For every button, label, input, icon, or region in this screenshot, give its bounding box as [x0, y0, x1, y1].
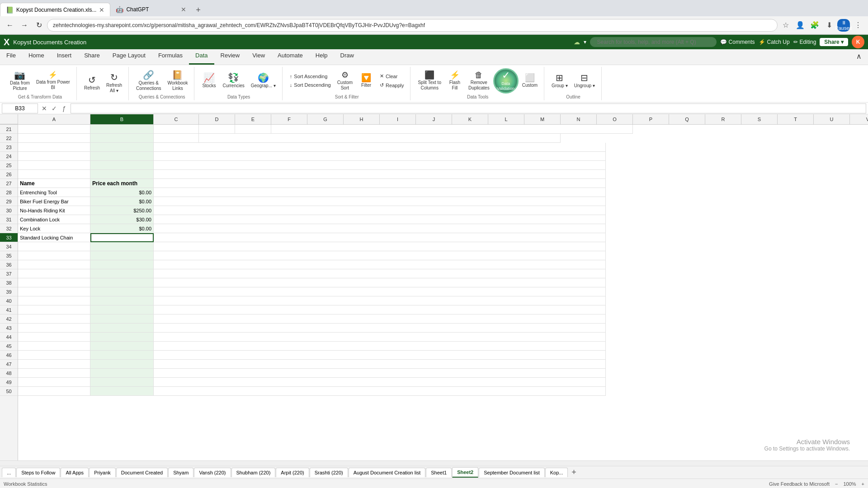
- cell-rest-35[interactable]: [154, 251, 606, 260]
- row-num-32[interactable]: 32: [0, 224, 18, 233]
- row-num-47[interactable]: 47: [0, 360, 18, 369]
- flash-fill-button[interactable]: ⚡ FlashFill: [445, 69, 465, 93]
- ribbon-tab-pagelayout[interactable]: Page Layout: [106, 49, 152, 65]
- cell-b26[interactable]: [90, 170, 154, 179]
- cell-a24[interactable]: [18, 152, 90, 161]
- ribbon-tab-review[interactable]: Review: [214, 49, 246, 65]
- sheet-tab-shyam[interactable]: Shyam: [168, 468, 193, 477]
- cell-a23[interactable]: [18, 143, 90, 152]
- ribbon-tab-insert[interactable]: Insert: [51, 49, 78, 65]
- sheet-tab-september[interactable]: September Document list: [479, 468, 545, 477]
- row-num-42[interactable]: 42: [0, 314, 18, 324]
- workbook-stats-label[interactable]: Workbook Statistics: [4, 481, 47, 487]
- row-num-43[interactable]: 43: [0, 324, 18, 333]
- profile-button[interactable]: 👤: [794, 19, 807, 32]
- sort-descending-button[interactable]: ↓ Sort Descending: [287, 81, 334, 89]
- cell-b36[interactable]: [90, 260, 154, 269]
- col-header-b[interactable]: B: [90, 114, 154, 124]
- extensions-button[interactable]: 🧩: [808, 19, 821, 32]
- cell-rest-38[interactable]: [154, 278, 606, 287]
- sort-ascending-button[interactable]: ↑ Sort Ascending: [287, 72, 334, 80]
- cell-a48[interactable]: [18, 369, 90, 378]
- cell-b40[interactable]: [90, 296, 154, 305]
- refresh-button[interactable]: ↻: [33, 19, 45, 32]
- col-header-s[interactable]: S: [741, 114, 778, 124]
- cell-a36[interactable]: [18, 260, 90, 269]
- formula-input[interactable]: [71, 103, 866, 113]
- cell-rest-40[interactable]: [154, 296, 606, 305]
- row-num-49[interactable]: 49: [0, 378, 18, 387]
- col-header-e[interactable]: E: [235, 114, 271, 124]
- cell-b39[interactable]: [90, 287, 154, 296]
- split-text-button[interactable]: ⬛ Split Text toColumns: [415, 69, 444, 93]
- cell-a38[interactable]: [18, 278, 90, 287]
- col-header-q[interactable]: Q: [669, 114, 705, 124]
- cell-rest-28[interactable]: [154, 188, 606, 197]
- row-num-26[interactable]: 26: [0, 170, 18, 179]
- cell-rest-50[interactable]: [154, 387, 606, 396]
- comments-button[interactable]: 💬 Comments: [720, 39, 755, 45]
- row-num-39[interactable]: 39: [0, 287, 18, 296]
- row-num-24[interactable]: 24: [0, 152, 18, 161]
- cell-d21[interactable]: [199, 125, 235, 134]
- sheet-tab-steps[interactable]: Steps to Follow: [16, 468, 60, 477]
- cell-rest-36[interactable]: [154, 260, 606, 269]
- cell-b25[interactable]: [90, 161, 154, 170]
- cell-rest-43[interactable]: [154, 324, 606, 333]
- cancel-formula-button[interactable]: ✕: [40, 104, 49, 113]
- cell-b30[interactable]: $250.00: [90, 206, 154, 215]
- sheet-tab-srashti[interactable]: Srashti (220): [310, 468, 348, 477]
- menu-button[interactable]: ⋮: [852, 19, 864, 32]
- cell-b45[interactable]: [90, 342, 154, 351]
- cell-e21[interactable]: [235, 125, 271, 134]
- sheet-tab-priyank[interactable]: Priyank: [89, 468, 116, 477]
- zoom-in-button[interactable]: +: [862, 481, 864, 487]
- col-header-u[interactable]: U: [814, 114, 850, 124]
- filter-button[interactable]: 🔽 Filter: [356, 72, 376, 90]
- sheet-tab-kop[interactable]: Kop...: [545, 468, 568, 477]
- cell-rest-41[interactable]: [154, 305, 606, 314]
- row-num-38[interactable]: 38: [0, 278, 18, 287]
- tab-close-chatgpt[interactable]: ✕: [181, 6, 186, 13]
- col-header-j[interactable]: J: [416, 114, 452, 124]
- cell-a37[interactable]: [18, 269, 90, 278]
- cell-rest-30[interactable]: [154, 206, 606, 215]
- confirm-formula-button[interactable]: ✓: [50, 104, 59, 113]
- custom-button[interactable]: ⬜ Custom: [519, 72, 540, 90]
- cell-rest-42[interactable]: [154, 314, 606, 324]
- sheet-tab-sheet1[interactable]: Sheet1: [426, 468, 452, 477]
- bookmark-button[interactable]: ☆: [779, 19, 792, 32]
- cell-b22[interactable]: [90, 134, 154, 143]
- col-header-n[interactable]: N: [561, 114, 597, 124]
- row-num-28[interactable]: 28: [0, 188, 18, 197]
- cell-b49[interactable]: [90, 378, 154, 387]
- cell-a35[interactable]: [18, 251, 90, 260]
- data-from-picture-button[interactable]: 📷 Data fromPicture: [7, 69, 33, 93]
- cell-a42[interactable]: [18, 314, 90, 324]
- cell-b32[interactable]: $0.00: [90, 224, 154, 233]
- cell-b31[interactable]: $30.00: [90, 215, 154, 224]
- cell-b29[interactable]: $0.00: [90, 197, 154, 206]
- share-button[interactable]: Share ▾: [820, 38, 848, 46]
- cell-b42[interactable]: [90, 314, 154, 324]
- ribbon-tab-home[interactable]: Home: [22, 49, 51, 65]
- ribbon-tab-draw[interactable]: Draw: [334, 49, 360, 65]
- cell-b48[interactable]: [90, 369, 154, 378]
- cell-rest-25[interactable]: [154, 161, 606, 170]
- sheet-tab-sheet2[interactable]: Sheet2: [452, 467, 478, 478]
- cell-b43[interactable]: [90, 324, 154, 333]
- cell-b27[interactable]: Price each month: [90, 179, 154, 188]
- cell-a45[interactable]: [18, 342, 90, 351]
- cell-a40[interactable]: [18, 296, 90, 305]
- cell-rest-39[interactable]: [154, 287, 606, 296]
- col-header-m[interactable]: M: [524, 114, 561, 124]
- sheet-tab-dots[interactable]: ...: [2, 468, 16, 477]
- row-num-35[interactable]: 35: [0, 251, 18, 260]
- ribbon-tab-formulas[interactable]: Formulas: [152, 49, 189, 65]
- queries-connections-button[interactable]: 🔗 Queries &Connections: [133, 69, 164, 93]
- cell-rest-22[interactable]: [199, 134, 561, 143]
- cell-a28[interactable]: Entrenching Tool: [18, 188, 90, 197]
- address-bar[interactable]: zehntechnologies-my.sharepoint.com/xc/g/…: [47, 19, 778, 32]
- currencies-button[interactable]: 💱 Currencies: [220, 71, 247, 90]
- cell-rest-27[interactable]: [154, 179, 606, 188]
